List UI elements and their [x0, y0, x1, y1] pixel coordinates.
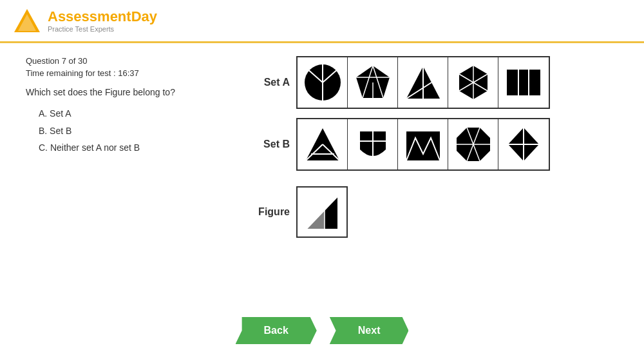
- main-content: Question 7 of 30 Time remaining for test…: [0, 43, 644, 251]
- set-a-shapes: [296, 56, 550, 109]
- next-button[interactable]: Next: [330, 317, 409, 344]
- bottom-bar: Back Next: [0, 317, 644, 344]
- option-b[interactable]: B. Set B: [39, 122, 232, 140]
- figure-box: [296, 186, 348, 238]
- set-a-shape-3: [398, 57, 448, 108]
- question-meta-line2: Time remaining for test : 16:37: [26, 68, 232, 78]
- option-a[interactable]: A. Set A: [39, 105, 232, 122]
- set-a-shape-2: [348, 57, 398, 108]
- set-b-label: Set B: [258, 139, 290, 150]
- set-a-row: Set A: [258, 56, 618, 109]
- left-panel: Question 7 of 30 Time remaining for test…: [26, 56, 232, 238]
- set-b-shape-2: [348, 119, 398, 169]
- options-list: A. Set A B. Set B C. Neither set A nor s…: [26, 105, 232, 157]
- set-a-shape-1: [298, 57, 348, 108]
- header: AssessmentDay Practice Test Experts: [0, 0, 644, 43]
- set-b-row: Set B: [258, 118, 618, 171]
- figure-row: Figure: [258, 186, 618, 238]
- right-panel: Set A: [258, 56, 618, 238]
- set-b-shapes: [296, 118, 550, 171]
- set-a-shape-5: [498, 57, 549, 108]
- set-b-shape-5: [498, 119, 549, 169]
- set-b-shape-1: [298, 119, 348, 169]
- logo-main: AssessmentDay: [48, 8, 157, 25]
- question-text: Which set does the Figure belong to?: [26, 87, 232, 97]
- logo-subtitle: Practice Test Experts: [48, 25, 157, 33]
- back-button[interactable]: Back: [236, 317, 317, 344]
- set-a-shape-4: [448, 57, 498, 108]
- set-b-shape-4: [448, 119, 498, 169]
- figure-label: Figure: [258, 206, 290, 218]
- set-b-shape-3: [398, 119, 448, 169]
- set-a-label: Set A: [258, 77, 290, 88]
- logo-black: Assessment: [48, 8, 131, 24]
- logo: AssessmentDay Practice Test Experts: [13, 6, 157, 35]
- logo-orange: Day: [131, 8, 157, 24]
- question-meta-line1: Question 7 of 30: [26, 56, 232, 66]
- svg-rect-18: [507, 70, 540, 95]
- logo-text: AssessmentDay Practice Test Experts: [48, 8, 157, 33]
- logo-icon: [13, 6, 41, 35]
- option-c[interactable]: C. Neither set A nor set B: [39, 139, 232, 157]
